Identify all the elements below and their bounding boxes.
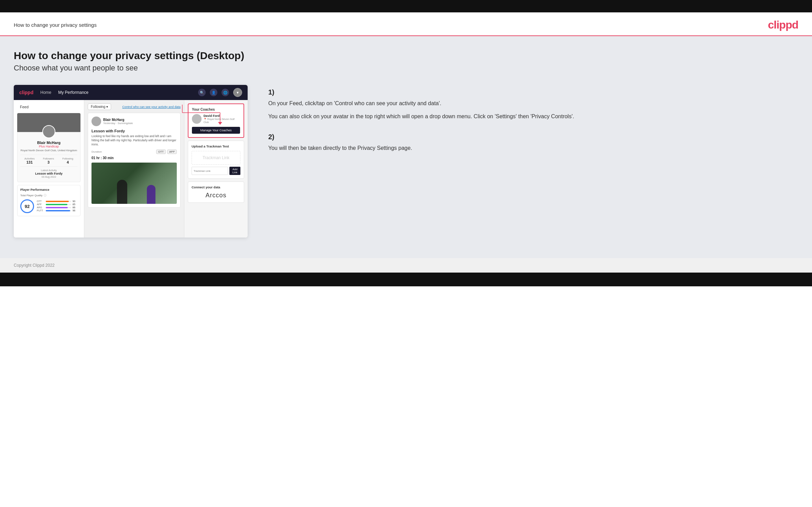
manage-coaches-button[interactable]: Manage Your Coaches xyxy=(192,127,240,134)
mock-following-button[interactable]: Following ▾ xyxy=(88,103,111,110)
arccos-label: Arccos xyxy=(192,192,240,199)
following-stat: Following 4 xyxy=(62,157,73,164)
mock-profile-name: Blair McHarg xyxy=(20,141,77,145)
instructions-panel: 1) On your Feed, click/tap on 'Control w… xyxy=(261,85,798,165)
globe-icon[interactable]: 🌐 xyxy=(221,89,229,96)
coach-club: 📍 Royal North Devon Golf Club xyxy=(204,118,240,124)
bar-fill xyxy=(46,201,69,202)
mock-profile-banner xyxy=(17,113,80,132)
avatar-button[interactable]: ▼ xyxy=(233,88,242,97)
mock-logo: clippd xyxy=(19,90,33,95)
following-label: Following xyxy=(91,105,105,109)
perf-quality-label: Total Player Quality ⓘ xyxy=(20,194,77,197)
top-bar xyxy=(0,0,812,12)
app-mockup: clippd Home My Performance 🔍 👤 🌐 ▼ Feed xyxy=(14,85,248,238)
mock-profile-handicap: Plus Handicap xyxy=(20,145,77,148)
feed-tag: OTT xyxy=(156,150,166,154)
bar-track xyxy=(46,204,71,205)
bar-fill xyxy=(46,204,67,205)
mock-coach-info: David Ford 📍 Royal North Devon Golf Club xyxy=(204,114,240,124)
perf-bars: OTT90APP85ARG86PUTT96 xyxy=(37,200,77,212)
bar-track xyxy=(46,210,71,211)
mock-nav-performance[interactable]: My Performance xyxy=(58,90,88,95)
mock-body: Feed Blair McHarg Plus Handicap Royal No… xyxy=(14,100,248,238)
page-title: How to change your privacy settings xyxy=(14,22,97,28)
trackman-input-row: Add Link xyxy=(192,167,240,175)
user-icon[interactable]: 👤 xyxy=(210,89,217,96)
instruction-1: 1) On your Feed, click/tap on 'Control w… xyxy=(268,88,798,121)
copyright-text: Copyright Clippd 2022 xyxy=(14,263,55,268)
connect-title: Connect your data xyxy=(192,185,240,189)
mock-feed-card: Blair McHarg Yesterday · Sunningdale Les… xyxy=(88,113,181,208)
mock-left-sidebar: Feed Blair McHarg Plus Handicap Royal No… xyxy=(14,100,84,238)
bar-fill xyxy=(46,210,70,211)
trackman-title: Upload a Trackman Test xyxy=(192,144,240,148)
mock-card-user-info: Blair McHarg Yesterday · Sunningdale xyxy=(103,118,133,125)
mock-center-feed: Following ▾ Control who can see your act… xyxy=(84,100,184,238)
instruction-1-text: On your Feed, click/tap on 'Control who … xyxy=(268,99,798,121)
mock-card-user-date: Yesterday · Sunningdale xyxy=(103,122,133,125)
mock-player-performance: Player Performance Total Player Quality … xyxy=(17,185,80,216)
instruction-2-text: You will then be taken directly to the P… xyxy=(268,144,798,153)
mock-card-user-name: Blair McHarg xyxy=(103,118,133,122)
add-link-button[interactable]: Add Link xyxy=(229,167,240,175)
trackman-placeholder: Trackman Link xyxy=(192,151,240,165)
latest-date: 03 Aug 2022 xyxy=(20,175,77,178)
bar-label: PUTT xyxy=(37,209,44,212)
followers-value: 3 xyxy=(43,160,54,164)
mock-profile-avatar xyxy=(42,125,55,138)
bar-value: 96 xyxy=(73,209,77,212)
bar-track xyxy=(46,207,71,208)
duration-label: Duration xyxy=(91,150,102,153)
hero-title: How to change your privacy settings (Des… xyxy=(14,50,798,62)
mock-stats-row: Activities 131 Followers 3 Following 4 xyxy=(20,155,77,164)
bar-value: 86 xyxy=(73,206,77,209)
mock-card-desc: Looking to feel like my hands are exitin… xyxy=(91,134,177,147)
mock-coach-row: David Ford 📍 Royal North Devon Golf Club xyxy=(192,114,240,124)
bar-track xyxy=(46,201,71,202)
followers-label: Followers xyxy=(43,157,54,160)
mock-duration-row: Duration OTTAPP xyxy=(91,150,177,154)
perf-bar-row: OTT90 xyxy=(37,200,77,202)
mock-nav: clippd Home My Performance 🔍 👤 🌐 ▼ xyxy=(14,85,248,100)
bar-value: 90 xyxy=(73,200,77,202)
mock-profile-club: Royal North Devon Golf Club, United King… xyxy=(20,149,77,152)
mock-coaches-box: Your Coaches David Ford 📍 Royal North De… xyxy=(188,103,244,138)
site-header: How to change your privacy settings clip… xyxy=(0,12,812,36)
search-icon[interactable]: 🔍 xyxy=(198,89,206,96)
clippd-logo: clippd xyxy=(768,19,798,31)
mock-profile-info: Blair McHarg Plus Handicap Royal North D… xyxy=(17,132,80,182)
bar-label: APP xyxy=(37,203,44,206)
activities-value: 131 xyxy=(24,160,35,164)
mock-control-link[interactable]: Control who can see your activity and da… xyxy=(122,105,181,109)
bar-fill xyxy=(46,207,68,208)
mock-nav-home[interactable]: Home xyxy=(40,90,51,95)
trackman-input[interactable] xyxy=(192,167,228,175)
main-content: How to change your privacy settings (Des… xyxy=(0,36,812,258)
perf-title: Player Performance xyxy=(20,188,77,191)
following-label: Following xyxy=(62,157,73,160)
latest-activity-name: Lesson with Fordy xyxy=(20,172,77,175)
activities-label: Activities xyxy=(24,157,35,160)
mock-activity-photo xyxy=(91,163,177,204)
mock-feed-tab[interactable]: Feed xyxy=(17,103,80,110)
perf-body: 92 OTT90APP85ARG86PUTT96 xyxy=(20,199,77,213)
bottom-bar xyxy=(0,273,812,286)
following-value: 4 xyxy=(62,160,73,164)
instruction-2-number: 2) xyxy=(268,133,798,141)
mock-tags: OTTAPP xyxy=(156,150,177,154)
perf-bar-row: PUTT96 xyxy=(37,209,77,212)
latest-label: Latest Activity xyxy=(20,169,77,172)
instruction-2: 2) You will then be taken directly to th… xyxy=(268,133,798,153)
golfer2-silhouette xyxy=(147,185,155,204)
mock-coach-avatar xyxy=(192,114,202,124)
hero-subtitle: Choose what you want people to see xyxy=(14,64,798,73)
mock-card-user-row: Blair McHarg Yesterday · Sunningdale xyxy=(91,117,177,126)
mock-right-sidebar: Your Coaches David Ford 📍 Royal North De… xyxy=(184,100,248,238)
mock-connect-box: Connect your data Arccos xyxy=(188,181,244,203)
perf-bar-row: APP85 xyxy=(37,203,77,206)
mock-card-title: Lesson with Fordy xyxy=(91,129,177,133)
feed-tag: APP xyxy=(167,150,177,154)
bar-value: 85 xyxy=(73,203,77,206)
coaches-title: Your Coaches xyxy=(192,108,240,111)
